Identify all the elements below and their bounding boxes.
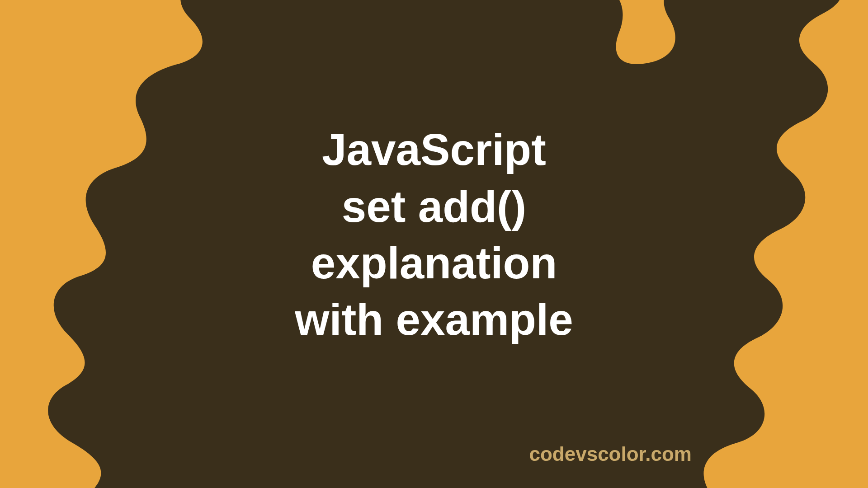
footer-credit: codevscolor.com (529, 443, 692, 465)
main-title: JavaScript set add() explanation with ex… (295, 122, 573, 348)
